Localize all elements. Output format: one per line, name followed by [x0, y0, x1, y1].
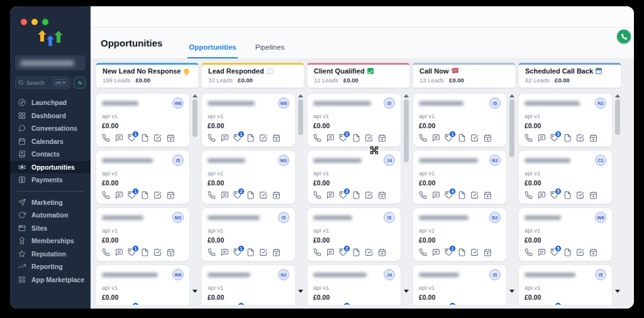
sms-button[interactable]	[115, 248, 123, 256]
notes-button[interactable]	[352, 134, 360, 142]
sms-button[interactable]	[538, 191, 546, 199]
call-button[interactable]	[102, 134, 110, 142]
call-button[interactable]	[208, 248, 216, 256]
call-button[interactable]	[419, 191, 427, 199]
tag-button[interactable]: 4	[445, 191, 453, 199]
tasks-button[interactable]	[576, 191, 584, 199]
call-button[interactable]	[208, 191, 216, 199]
tag-button[interactable]: 1	[128, 191, 136, 199]
opportunity-card[interactable]: I5api v1£0.002	[307, 93, 401, 147]
sidebar-item-conversations[interactable]: Conversations	[10, 122, 91, 135]
scroll-up-arrow[interactable]	[192, 94, 197, 97]
sms-button[interactable]	[221, 248, 229, 256]
appointment-button[interactable]	[378, 134, 386, 142]
opportunity-card[interactable]: I5api v1£0.002	[413, 265, 507, 305]
tag-button[interactable]: 1	[128, 248, 136, 256]
sidebar-item-launchpad[interactable]: Launchpad	[10, 96, 91, 109]
opportunity-card[interactable]: W6api v1£0.001	[96, 93, 190, 147]
notes-button[interactable]	[458, 248, 466, 256]
scroll-down-arrow[interactable]	[192, 290, 197, 293]
search-input[interactable]: Search ctrl K	[15, 77, 71, 89]
tasks-button[interactable]	[259, 248, 267, 256]
scroll-down-arrow[interactable]	[298, 290, 303, 293]
scroll-down-arrow[interactable]	[404, 290, 409, 293]
opportunity-card[interactable]: W6api v1£0.001	[96, 265, 190, 305]
notes-button[interactable]	[458, 191, 466, 199]
sidebar-item-calendars[interactable]: Calendars	[10, 135, 91, 148]
tasks-button[interactable]	[365, 248, 373, 256]
tasks-button[interactable]	[470, 191, 479, 199]
sms-button[interactable]	[326, 191, 335, 199]
call-button[interactable]	[102, 191, 110, 199]
call-button[interactable]	[525, 134, 533, 142]
tag-button[interactable]: 1	[233, 134, 242, 142]
tag-button[interactable]: 3	[339, 191, 347, 199]
opportunity-card[interactable]: W6api v1£0.001	[201, 93, 296, 147]
sidebar-item-contacts[interactable]: Contacts	[10, 148, 91, 161]
scroll-up-arrow[interactable]	[404, 94, 409, 97]
tasks-button[interactable]	[470, 248, 479, 256]
notes-button[interactable]	[352, 191, 360, 199]
opportunity-card[interactable]: I5api v1£0.002	[518, 265, 613, 305]
sms-button[interactable]	[538, 248, 546, 256]
notes-button[interactable]	[564, 191, 572, 199]
column-scrollbar[interactable]	[297, 93, 304, 293]
tag-button[interactable]: 1	[233, 248, 242, 256]
quick-actions-button[interactable]	[74, 77, 86, 89]
sms-button[interactable]	[432, 134, 440, 142]
appointment-button[interactable]	[167, 134, 175, 142]
notes-button[interactable]	[141, 191, 149, 199]
opportunity-card[interactable]: J4api v1£0.003	[307, 150, 401, 204]
appointment-button[interactable]	[484, 134, 492, 142]
tasks-button[interactable]	[153, 191, 162, 199]
notes-button[interactable]	[564, 134, 572, 142]
opportunity-card[interactable]: I5api v1£0.001	[96, 150, 190, 204]
opportunity-card[interactable]: M3api v1£0.001	[96, 207, 190, 261]
opportunity-card[interactable]: W6api v1£0.005	[518, 207, 613, 261]
tasks-button[interactable]	[259, 191, 267, 199]
tasks-button[interactable]	[153, 248, 162, 256]
opportunity-card[interactable]: C1api v1£0.005	[518, 150, 613, 204]
call-button[interactable]	[525, 191, 533, 199]
sms-button[interactable]	[115, 134, 123, 142]
appointment-button[interactable]	[167, 191, 175, 199]
appointment-button[interactable]	[378, 191, 386, 199]
scroll-down-arrow[interactable]	[509, 290, 514, 293]
scroll-up-arrow[interactable]	[509, 94, 514, 97]
opportunity-card[interactable]: R2api v1£0.005	[518, 93, 613, 147]
appointment-button[interactable]	[589, 191, 597, 199]
scroll-down-arrow[interactable]	[615, 290, 620, 293]
sidebar-item-opportunities[interactable]: Opportunities	[10, 161, 91, 174]
tasks-button[interactable]	[576, 134, 584, 142]
opportunity-card[interactable]: R2api v1£0.001	[201, 265, 296, 305]
tag-button[interactable]: 1	[445, 248, 453, 256]
scrollbar-thumb[interactable]	[615, 99, 620, 135]
sms-button[interactable]	[221, 134, 229, 142]
zoom-window-button[interactable]	[42, 19, 48, 25]
call-button[interactable]	[313, 248, 321, 256]
sidebar-item-memberships[interactable]: Memberships	[10, 234, 91, 248]
opportunity-card[interactable]: J4api v1£0.003	[307, 265, 401, 305]
sidebar-item-payments[interactable]: Payments	[10, 173, 91, 187]
tag-button[interactable]: 1	[128, 134, 136, 142]
opportunity-card[interactable]: I5api v1£0.002	[307, 207, 401, 261]
opportunity-card[interactable]: I5api v1£0.001	[413, 93, 507, 147]
sms-button[interactable]	[326, 248, 335, 256]
notes-button[interactable]	[141, 248, 149, 256]
appointment-button[interactable]	[484, 191, 492, 199]
account-switcher[interactable]	[15, 55, 86, 70]
opportunity-card[interactable]: I5api v1£0.001	[201, 207, 296, 261]
column-scrollbar[interactable]	[191, 93, 199, 293]
sidebar-item-sites[interactable]: Sites	[10, 222, 91, 235]
sidebar-item-reputation[interactable]: Reputation	[10, 248, 91, 261]
appointment-button[interactable]	[272, 134, 280, 142]
sms-button[interactable]	[432, 248, 440, 256]
notes-button[interactable]	[247, 191, 255, 199]
tasks-button[interactable]	[365, 191, 373, 199]
tag-button[interactable]: 5	[550, 134, 558, 142]
appointment-button[interactable]	[378, 248, 386, 256]
call-button[interactable]	[419, 248, 427, 256]
notes-button[interactable]	[247, 248, 255, 256]
sidebar-item-automation[interactable]: Automation	[10, 209, 91, 222]
appointment-button[interactable]	[272, 191, 280, 199]
